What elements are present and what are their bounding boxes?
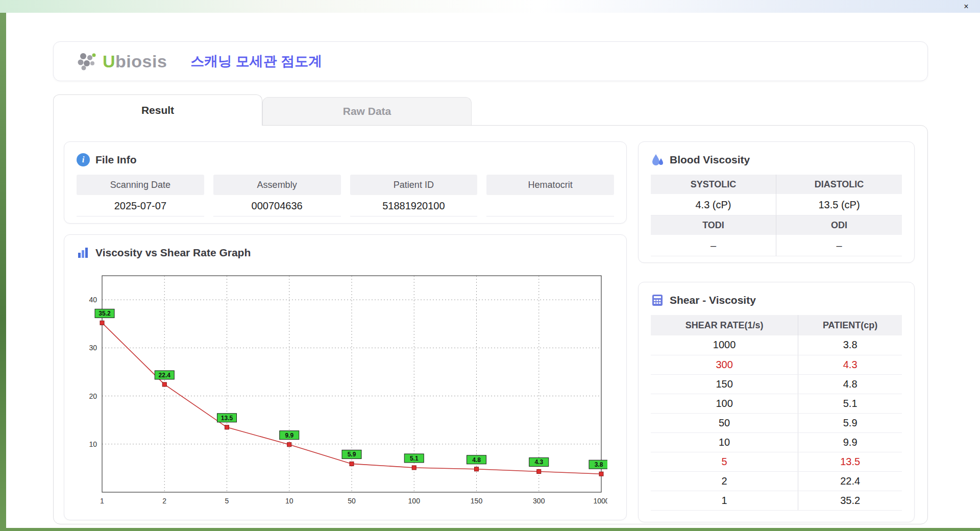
viscosity-chart-svg: 102030401251050100150300100035.222.413.5…	[77, 268, 607, 508]
blood-viscosity-title: Blood Viscosity	[670, 154, 750, 166]
svg-text:4.3: 4.3	[534, 458, 543, 466]
shear-rate-cell: 150	[651, 374, 798, 394]
field-scanning-date: Scanning Date 2025-07-07	[77, 175, 204, 216]
shear-table-row: 1005.1	[651, 394, 902, 413]
brand-name: Ubiosis	[103, 52, 167, 71]
shear-table-row: 222.4	[651, 471, 902, 491]
shear-table-row: 10003.8	[651, 335, 902, 355]
window-title-bar: ×	[0, 0, 980, 13]
svg-text:1000: 1000	[593, 497, 607, 505]
svg-text:30: 30	[89, 344, 97, 352]
main-window: Ubiosis 스캐닝 모세관 점도계 Result Raw Data i Fi…	[6, 13, 980, 528]
shear-rate-cell: 1	[651, 491, 798, 510]
shear-rate-cell: 300	[651, 355, 798, 374]
patient-cell: 4.8	[798, 374, 902, 394]
shear-rate-column-header: SHEAR RATE(1/s)	[651, 315, 798, 335]
shear-table-row: 505.9	[651, 413, 902, 432]
svg-text:10: 10	[285, 497, 293, 505]
info-icon: i	[77, 153, 90, 166]
patient-column-header: PATIENT(cp)	[798, 315, 902, 335]
svg-text:150: 150	[471, 497, 483, 505]
field-value	[486, 195, 614, 216]
svg-text:300: 300	[533, 497, 545, 505]
tab-result[interactable]: Result	[53, 94, 262, 126]
brand-logo: Ubiosis	[76, 51, 167, 71]
svg-text:40: 40	[89, 296, 97, 304]
svg-text:22.4: 22.4	[159, 372, 171, 379]
viscosity-chart: 102030401251050100150300100035.222.413.5…	[77, 268, 614, 510]
svg-text:2: 2	[162, 497, 166, 505]
shear-rate-cell: 100	[651, 394, 798, 413]
graph-title: Viscosity vs Shear Rate Graph	[95, 247, 251, 259]
todi-label: TODI	[651, 215, 776, 235]
patient-cell: 35.2	[798, 491, 902, 510]
odi-value: –	[776, 235, 902, 256]
svg-text:4.8: 4.8	[472, 456, 481, 464]
shear-viscosity-title: Shear - Viscosity	[670, 294, 756, 306]
field-label: Patient ID	[350, 175, 478, 195]
patient-cell: 9.9	[798, 432, 902, 452]
odi-label: ODI	[776, 215, 902, 235]
shear-table-body: 10003.83004.31504.81005.1505.9109.9513.5…	[651, 335, 902, 510]
shear-viscosity-table: SHEAR RATE(1/s) PATIENT(cp) 10003.83004.…	[651, 315, 902, 511]
ubiosis-logo-icon	[76, 51, 97, 71]
shear-rate-cell: 2	[651, 471, 798, 491]
svg-text:100: 100	[408, 497, 421, 505]
tab-bar: Result Raw Data	[53, 94, 472, 125]
tab-raw-data[interactable]: Raw Data	[262, 97, 472, 125]
field-label: Hematocrit	[486, 175, 614, 195]
field-patient-id: Patient ID 51881920100	[350, 175, 478, 216]
svg-text:9.9: 9.9	[285, 432, 293, 439]
field-assembly: Assembly 000704636	[213, 175, 341, 216]
svg-text:1: 1	[100, 497, 104, 505]
svg-text:35.2: 35.2	[99, 310, 111, 317]
blood-viscosity-card: Blood Viscosity SYSTOLIC DIASTOLIC 4.3 (…	[638, 141, 915, 263]
graph-card: Viscosity vs Shear Rate Graph 1020304012…	[64, 234, 627, 520]
patient-cell: 4.3	[798, 355, 902, 374]
systolic-value: 4.3 (cP)	[651, 194, 776, 215]
field-label: Scanning Date	[77, 175, 204, 195]
patient-cell: 5.9	[798, 413, 902, 432]
diastolic-value: 13.5 (cP)	[776, 194, 902, 215]
file-info-title: File Info	[95, 154, 137, 166]
table-header-row: SHEAR RATE(1/s) PATIENT(cp)	[651, 315, 902, 335]
svg-text:20: 20	[89, 392, 97, 400]
app-header: Ubiosis 스캐닝 모세관 점도계	[53, 41, 928, 81]
field-value: 2025-07-07	[77, 195, 204, 216]
bar-chart-icon	[77, 246, 90, 259]
field-value: 000704636	[213, 195, 341, 216]
page-title: 스캐닝 모세관 점도계	[190, 52, 322, 70]
svg-text:13.5: 13.5	[221, 415, 233, 422]
shear-table-row: 109.9	[651, 432, 902, 452]
shear-table-row: 513.5	[651, 452, 902, 471]
diastolic-label: DIASTOLIC	[776, 175, 902, 194]
svg-text:50: 50	[348, 497, 356, 505]
shear-viscosity-card: Shear - Viscosity SHEAR RATE(1/s) PATIEN…	[638, 282, 915, 522]
todi-value: –	[651, 235, 776, 256]
shear-rate-cell: 1000	[651, 335, 798, 355]
field-label: Assembly	[213, 175, 341, 195]
field-value: 51881920100	[350, 195, 478, 216]
svg-text:5.1: 5.1	[410, 455, 419, 462]
patient-cell: 22.4	[798, 471, 902, 491]
patient-cell: 5.1	[798, 394, 902, 413]
svg-text:5: 5	[225, 497, 229, 505]
close-button[interactable]: ×	[961, 1, 972, 12]
shear-rate-cell: 50	[651, 413, 798, 432]
calculator-icon	[651, 294, 664, 307]
file-info-card: i File Info Scanning Date 2025-07-07 Ass…	[64, 141, 627, 224]
shear-table-row: 1504.8	[651, 374, 902, 394]
droplet-icon	[651, 153, 664, 166]
patient-cell: 13.5	[798, 452, 902, 471]
svg-text:3.8: 3.8	[595, 461, 603, 468]
shear-table-row: 135.2	[651, 491, 902, 510]
svg-text:5.9: 5.9	[348, 451, 356, 458]
shear-table-row: 3004.3	[651, 355, 902, 374]
svg-text:10: 10	[89, 440, 97, 448]
shear-rate-cell: 10	[651, 432, 798, 452]
shear-rate-cell: 5	[651, 452, 798, 471]
result-panel: i File Info Scanning Date 2025-07-07 Ass…	[53, 125, 928, 524]
systolic-label: SYSTOLIC	[651, 175, 776, 194]
field-hematocrit: Hematocrit	[486, 175, 614, 216]
patient-cell: 3.8	[798, 335, 902, 355]
